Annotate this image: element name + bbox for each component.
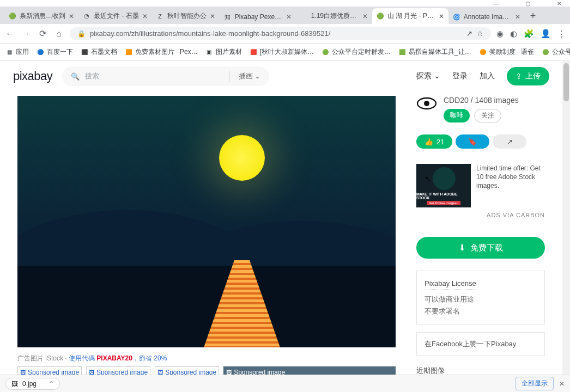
bookmark-item[interactable]: 🟧免费素材图片 · Pex… bbox=[125, 47, 198, 57]
close-icon[interactable]: ✕ bbox=[515, 13, 520, 21]
bookmark-label: 易撰自媒体工具_让… bbox=[409, 47, 471, 57]
bookmark-item[interactable]: ⬛石墨文档 bbox=[81, 47, 117, 57]
download-button[interactable]: ⬇ 免费下载 bbox=[416, 237, 545, 259]
nav-join[interactable]: 加入 bbox=[480, 71, 495, 81]
sponsored-image[interactable]: Sponsored image bbox=[17, 366, 82, 375]
bookmark-icon: 🔖 bbox=[468, 138, 477, 146]
window-min-button[interactable]: — bbox=[488, 1, 504, 7]
author-avatar[interactable] bbox=[416, 96, 437, 111]
chevron-up-icon[interactable]: ⌃ bbox=[48, 380, 54, 388]
tab-favicon: 🟢 bbox=[377, 13, 384, 20]
extensions-icon[interactable]: 🧩 bbox=[524, 29, 534, 39]
tab-6[interactable]: 🌀Annotate Imag…✕ bbox=[448, 10, 525, 24]
page-scrollbar[interactable] bbox=[562, 61, 570, 375]
recent-title: 近期图像 bbox=[416, 366, 445, 375]
bookmark-item[interactable]: 🟢公众号 bbox=[542, 47, 570, 57]
nav-forward-button[interactable]: → bbox=[21, 28, 32, 39]
upload-button[interactable]: ⇪上传 bbox=[507, 67, 549, 85]
tab-3[interactable]: 知Pixabay Pexels…✕ bbox=[220, 10, 296, 24]
istock-link[interactable]: 使用代碼 PIXABAY20，節省 20% bbox=[69, 354, 167, 362]
close-icon[interactable]: ✕ bbox=[286, 13, 292, 21]
save-button[interactable]: 🔖 bbox=[456, 134, 489, 149]
author-name[interactable]: CDD20 / 1408 images bbox=[444, 96, 519, 105]
nav-back-button[interactable]: ← bbox=[4, 28, 15, 39]
facebook-box[interactable]: 在Facebook上赞一下Pixabay bbox=[416, 332, 545, 356]
tab-favicon: 🟢 bbox=[9, 13, 16, 20]
address-bar: ← → ⟳ ⌂ 🔒 pixabay.com/zh/illustrations/m… bbox=[0, 24, 570, 44]
ad-image: MAKE IT WITH ADOBE STOCK. Get 10 free im… bbox=[416, 164, 471, 207]
window-max-button[interactable]: ▢ bbox=[520, 1, 535, 7]
menu-icon[interactable]: ⋮ bbox=[557, 29, 566, 39]
file-icon: 🖼 bbox=[11, 380, 18, 388]
hero-image[interactable] bbox=[17, 96, 396, 347]
tab-favicon: 🌀 bbox=[453, 13, 460, 21]
ext-icon-2[interactable]: ◐ bbox=[510, 29, 517, 39]
bookmark-icon: 🔵 bbox=[37, 48, 44, 56]
sponsored-image[interactable]: Sponsored image bbox=[155, 366, 219, 375]
new-tab-button[interactable]: + bbox=[525, 8, 542, 24]
follow-button[interactable]: 关注 bbox=[474, 109, 501, 122]
ext-icon-1[interactable]: ◉ bbox=[496, 29, 504, 39]
bookmark-item[interactable]: 🟩易撰自媒体工具_让… bbox=[398, 47, 471, 57]
license-title[interactable]: Pixabay License bbox=[425, 278, 476, 290]
recent-images: 近期图像 bbox=[416, 366, 545, 375]
close-icon[interactable]: ✕ bbox=[69, 13, 74, 20]
search-category[interactable]: 插画 ⌄ bbox=[239, 71, 261, 81]
tab-title: 最近文件 - 石墨 bbox=[94, 11, 139, 21]
site-search[interactable]: 🔍 搜索 插画 ⌄ bbox=[62, 66, 269, 86]
apps-icon: ▦ bbox=[5, 48, 13, 56]
share-icon: ↗ bbox=[507, 138, 513, 146]
tab-2[interactable]: Z秋叶智能办公✕ bbox=[152, 8, 220, 24]
sponsored-image[interactable]: Sponsored image bbox=[223, 366, 396, 375]
chevron-down-icon: ⌄ bbox=[254, 72, 260, 80]
svg-point-1 bbox=[424, 101, 429, 106]
bookmark-icon: ⬛ bbox=[81, 48, 88, 56]
omnibox[interactable]: 🔒 pixabay.com/zh/illustrations/mountains… bbox=[70, 27, 491, 40]
nav-home-button[interactable]: ⌂ bbox=[53, 28, 64, 39]
profile-icon[interactable]: 👤 bbox=[541, 29, 551, 39]
like-button[interactable]: 👍21 bbox=[416, 134, 452, 149]
upload-label: 上传 bbox=[525, 71, 541, 81]
show-all-downloads[interactable]: 全部显示 bbox=[516, 377, 554, 390]
thumbs-up-icon: 👍 bbox=[425, 138, 433, 146]
close-icon[interactable]: ✕ bbox=[439, 13, 444, 20]
window-close-button[interactable]: ✕ bbox=[551, 1, 567, 7]
scrollbar-thumb[interactable] bbox=[563, 63, 569, 101]
nav-login[interactable]: 登录 bbox=[452, 71, 468, 81]
bookmark-item[interactable]: 🟥[秋叶大叔新媒体… bbox=[250, 47, 314, 57]
tab-4[interactable]: 1.19白嫖优质资…✕ bbox=[296, 8, 372, 24]
search-placeholder: 搜索 bbox=[85, 71, 220, 81]
nav-explore[interactable]: 探索 ⌄ bbox=[416, 71, 440, 81]
tab-favicon bbox=[300, 13, 308, 20]
coffee-button[interactable]: 咖啡 bbox=[444, 109, 470, 122]
bookmark-icon: 🟢 bbox=[322, 48, 329, 56]
bookmark-apps[interactable]: ▦应用 bbox=[5, 47, 29, 57]
download-chip[interactable]: 🖼 0.jpg ⌃ bbox=[5, 378, 60, 390]
close-icon[interactable]: ✕ bbox=[142, 13, 148, 20]
bookmark-label: 公众号 bbox=[552, 47, 570, 57]
tab-0[interactable]: 🟢条新消息…收到✕ bbox=[4, 8, 78, 24]
close-icon[interactable]: ✕ bbox=[362, 13, 368, 20]
download-shelf: 🖼 0.jpg ⌃ 全部显示 ✕ bbox=[0, 375, 570, 392]
ads-by-label: ADS VIA CARBON bbox=[416, 212, 545, 218]
pixabay-logo[interactable]: pixabay bbox=[13, 69, 52, 83]
sponsored-row: Sponsored image Sponsored image Sponsore… bbox=[17, 366, 396, 375]
star-icon[interactable]: ☆ bbox=[477, 29, 483, 38]
close-icon[interactable]: ✕ bbox=[210, 13, 215, 20]
tab-1[interactable]: ◔最近文件 - 石墨✕ bbox=[78, 8, 152, 24]
ad-block[interactable]: MAKE IT WITH ADOBE STOCK. Get 10 free im… bbox=[416, 164, 545, 207]
share-button[interactable]: ↗ bbox=[493, 134, 526, 149]
eye-icon bbox=[417, 97, 436, 110]
nav-reload-button[interactable]: ⟳ bbox=[37, 28, 48, 39]
tab-5-active[interactable]: 🟢山 湖 月光 - Pix…✕ bbox=[372, 8, 448, 24]
bookmark-icon: ▣ bbox=[205, 48, 213, 56]
close-shelf-button[interactable]: ✕ bbox=[559, 380, 565, 388]
toolbar-right: ◉ ◐ 🧩 👤 ⋮ bbox=[496, 29, 566, 39]
sponsored-image[interactable]: Sponsored image bbox=[86, 366, 150, 375]
bookmark-item[interactable]: 🔵百度一下 bbox=[37, 47, 73, 57]
bookmark-item[interactable]: 🟠奖励制度 · 语雀 bbox=[479, 47, 534, 57]
lock-icon: 🔒 bbox=[77, 30, 86, 38]
bookmark-item[interactable]: 🟢公众平台定时群发… bbox=[322, 47, 391, 57]
bookmark-item[interactable]: ▣图片素材 bbox=[205, 47, 242, 57]
share-icon[interactable]: ↗ bbox=[466, 29, 472, 38]
